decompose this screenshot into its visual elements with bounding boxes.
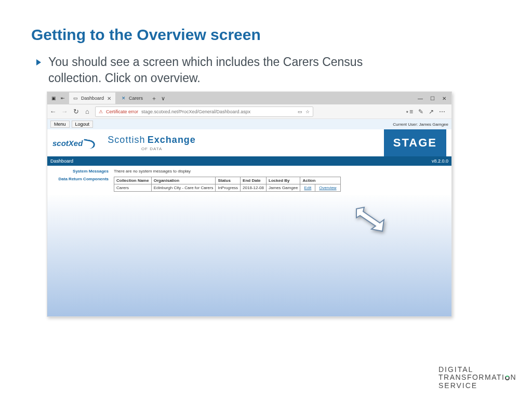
bullet-arrow-icon (36, 59, 41, 65)
scotxed-logo: scotXed (52, 139, 87, 148)
site-banner: scotXed Scottish Exchange OF DATA STAGE (47, 129, 451, 156)
bullet-text: You should see a screen which includes t… (48, 54, 381, 86)
tab-aside-icon[interactable]: ▣ (50, 95, 57, 101)
browser-address-bar: ← → ↻ ⌂ ⚠︎ Certificate error stage.scotx… (47, 104, 451, 119)
slide-title: Getting to the Overview screen (31, 26, 501, 44)
embedded-screenshot: ▣ ⇤ ▭ Dashboard ✕ ✕ Carers ＋ ∨ — ☐ ✕ ← →… (47, 91, 452, 317)
home-icon[interactable]: ⌂ (84, 108, 91, 115)
forward-icon[interactable]: → (61, 108, 68, 115)
stage-badge: STAGE (384, 129, 446, 156)
bullet-item: You should see a screen which includes t… (31, 54, 501, 86)
col-locked-by: Locked By (267, 177, 300, 184)
dashboard-content: System Messages There are no system mess… (47, 166, 451, 195)
close-window-icon[interactable]: ✕ (442, 96, 446, 101)
breadcrumb: Dashboard (50, 158, 73, 164)
tab-dashboard[interactable]: ▭ Dashboard ✕ (69, 92, 115, 104)
tab-menu-icon[interactable]: ∨ (161, 95, 165, 102)
tab-label: Carers (129, 96, 143, 101)
new-tab-button[interactable]: ＋ (151, 95, 157, 102)
banner-title: Scottish Exchange OF DATA (108, 135, 196, 151)
svg-marker-0 (356, 207, 384, 231)
col-action: Action (300, 177, 340, 184)
table-header-row: Collection Name Organisation Status End … (114, 177, 341, 184)
tab-label: Dashboard (81, 96, 104, 101)
close-icon[interactable]: ✕ (107, 96, 111, 101)
edit-link[interactable]: Edit (302, 185, 313, 190)
col-collection: Collection Name (114, 177, 152, 184)
cell-end-date: 2018-12-08 (241, 184, 267, 192)
saltire-icon: ✕ (122, 96, 126, 101)
cell-locked-by: James Gamgee (267, 184, 300, 192)
notes-icon[interactable]: ✎ (418, 108, 423, 115)
system-messages-text: There are no system messages to display (114, 169, 191, 174)
logo-o-icon (505, 376, 510, 380)
col-organisation: Organisation (151, 177, 216, 184)
minimize-icon[interactable]: — (418, 96, 423, 101)
cert-error-label: Certificate error (106, 109, 138, 114)
page-icon: ▭ (73, 96, 78, 101)
menu-button[interactable]: Menu (50, 121, 70, 128)
tab-carers[interactable]: ✕ Carers (117, 92, 147, 104)
cell-status: InProgress (216, 184, 241, 192)
url-text: stage.scotxed.net/ProcXed/General/Dashbo… (141, 109, 250, 114)
maximize-icon[interactable]: ☐ (430, 96, 435, 101)
version-label: v8.2.0.0 (432, 158, 448, 164)
col-status: Status (216, 177, 241, 184)
cell-organisation: Edinburgh City - Care for Carers (151, 184, 216, 192)
overview-link[interactable]: Overview (317, 185, 338, 190)
more-icon[interactable]: ⋯ (439, 108, 445, 115)
share-icon[interactable]: ↗ (429, 108, 434, 115)
col-end-date: End Date (241, 177, 267, 184)
back-icon[interactable]: ← (49, 108, 57, 115)
tab-collapse-icon[interactable]: ⇤ (60, 95, 66, 101)
cell-collection: Carers (114, 184, 152, 192)
reading-view-icon[interactable]: ▭ (298, 109, 302, 114)
footer-logo: DIGITAL TRANSFORMATIN SERVICE (438, 366, 516, 390)
favorites-icon[interactable]: ⋆≡ (405, 108, 413, 115)
table-row: Carers Edinburgh City - Care for Carers … (114, 184, 341, 192)
system-messages-label[interactable]: System Messages (52, 169, 109, 174)
data-return-components-label[interactable]: Data Return Components (52, 177, 109, 192)
refresh-icon[interactable]: ↻ (72, 108, 79, 115)
current-user: Current User: James Gamgee (393, 122, 448, 127)
page-header-strip: Dashboard v8.2.0.0 (47, 156, 451, 166)
cert-warning-icon: ⚠︎ (99, 109, 103, 114)
callout-arrow-icon (354, 206, 385, 232)
app-menu-bar: Menu Logout Current User: James Gamgee (47, 119, 451, 129)
browser-tab-strip: ▣ ⇤ ▭ Dashboard ✕ ✕ Carers ＋ ∨ — ☐ ✕ (47, 92, 451, 104)
data-return-table: Collection Name Organisation Status End … (114, 177, 341, 192)
favorite-icon[interactable]: ☆ (305, 109, 310, 114)
logout-button[interactable]: Logout (72, 121, 94, 128)
address-field[interactable]: ⚠︎ Certificate error stage.scotxed.net/P… (95, 107, 313, 117)
